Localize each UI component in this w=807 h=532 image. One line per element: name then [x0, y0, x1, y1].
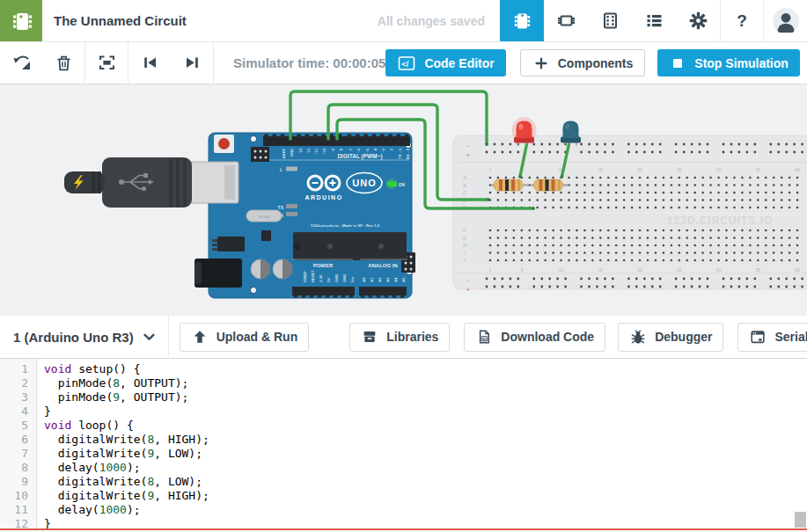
model-label: UNO [352, 178, 376, 188]
capacitor [251, 259, 270, 279]
serial-monitor-button[interactable]: Serial Monitor [737, 323, 807, 352]
svg-text:1: 1 [489, 267, 492, 273]
barrel-jack [194, 259, 242, 288]
download-code-button[interactable]: INO Download Code [464, 323, 605, 352]
code-lines[interactable]: void setup() { pinMode(8, OUTPUT); pinMo… [37, 359, 209, 531]
brand-label: ARDUINO [304, 194, 342, 200]
arduino-board[interactable]: AREFGND1312~11~10~987~6~54~32TX→1RX←0 IO… [194, 133, 415, 298]
simulator-time: Simulator time: 00:00:05 [233, 55, 385, 70]
user-avatar[interactable] [764, 0, 807, 41]
code-line[interactable]: digitalWrite(9, HIGH); [44, 489, 209, 503]
svg-text:RX←0: RX←0 [406, 148, 410, 159]
line-number: 4 [0, 404, 36, 419]
zoom-to-fit-button[interactable] [85, 42, 128, 84]
code-line[interactable]: delay(1000); [44, 461, 209, 475]
digital-header-right[interactable] [346, 136, 410, 146]
svg-text:RESET: RESET [311, 270, 315, 282]
analog-header[interactable] [359, 287, 407, 295]
stop-simulation-label: Stop Simulation [694, 56, 789, 70]
led-l-label: L [280, 167, 282, 172]
libraries-icon [361, 328, 378, 346]
svg-text:15: 15 [598, 167, 604, 172]
svg-text:5: 5 [520, 267, 523, 273]
on-label: ON [399, 183, 406, 187]
svg-text:A3: A3 [385, 277, 390, 282]
help-button[interactable]: ? [721, 0, 763, 41]
breadboard-view-icon [511, 11, 532, 32]
code-line[interactable]: delay(1000); [44, 503, 209, 517]
led-rx [286, 212, 297, 216]
code-line[interactable]: digitalWrite(9, LOW); [44, 447, 209, 461]
atmega-chip[interactable] [293, 232, 407, 260]
led-tx [286, 204, 297, 208]
svg-text:IOREF: IOREF [303, 271, 307, 282]
stop-simulation-button[interactable]: Stop Simulation [657, 49, 800, 77]
app-logo[interactable] [0, 0, 42, 41]
tab-settings[interactable] [676, 0, 720, 41]
led-blue[interactable] [561, 121, 581, 146]
usb-plug [102, 157, 192, 208]
svg-text:10: 10 [559, 267, 564, 273]
code-line[interactable]: void loop() { [44, 419, 209, 433]
code-line[interactable]: pinMode(8, OUTPUT); [44, 376, 209, 390]
reset-button[interactable] [214, 135, 234, 153]
code-line[interactable]: } [44, 404, 209, 419]
code-editor[interactable]: 123456789101112 void setup() { pinMode(8… [0, 359, 807, 531]
svg-text:5V: 5V [326, 278, 331, 282]
svg-text:12: 12 [306, 148, 311, 152]
power-label: POWER [313, 263, 334, 268]
svg-text:40: 40 [795, 267, 800, 273]
circuit-canvas[interactable]: 123D.CIRCUITS.IO - + - + ABCDEFGHIJ11551… [0, 84, 807, 316]
svg-text:GND: GND [290, 149, 294, 157]
power-header[interactable] [292, 287, 355, 295]
tab-breadboard-view[interactable] [500, 0, 544, 41]
gear-icon [688, 11, 708, 31]
line-number: 3 [0, 390, 36, 404]
svg-text:16.000: 16.000 [259, 215, 270, 219]
small-ic [261, 230, 271, 241]
scrollbar-thumb[interactable] [795, 512, 806, 528]
components-button[interactable]: Components [520, 49, 646, 77]
svg-text:30: 30 [716, 167, 722, 172]
code-line[interactable]: pinMode(9, OUTPUT); [44, 390, 209, 404]
tab-components-list[interactable] [632, 0, 676, 41]
tab-pcb-view[interactable] [588, 0, 632, 41]
svg-text:3.3V: 3.3V [319, 274, 323, 282]
board-note: 123d.circuits.io - Made in SF - Rev 1.0 [311, 223, 380, 228]
libraries-button[interactable]: Libraries [349, 323, 450, 352]
code-line[interactable]: digitalWrite(8, LOW); [44, 475, 209, 489]
avatar-icon [772, 7, 800, 35]
analog-label: ANALOG IN [368, 263, 398, 268]
debugger-label: Debugger [655, 330, 712, 344]
code-line[interactable]: void setup() { [44, 362, 209, 376]
delete-button[interactable] [42, 42, 84, 84]
toolbar-divider [213, 42, 214, 84]
tab-schematic-view[interactable] [544, 0, 588, 41]
download-code-label: Download Code [501, 330, 594, 344]
target-board-select[interactable]: 1 (Arduino Uno R3) [13, 330, 155, 345]
svg-text:TX→1: TX→1 [398, 148, 402, 159]
skip-previous-icon [140, 53, 160, 73]
list-icon [644, 11, 664, 31]
code-line[interactable]: digitalWrite(8, HIGH); [44, 433, 209, 447]
step-back-button[interactable] [128, 42, 171, 84]
digital-header-left[interactable] [263, 136, 346, 146]
led-red[interactable] [512, 117, 537, 146]
line-number: 11 [0, 503, 36, 517]
upload-run-button[interactable]: Upload & Run [180, 323, 310, 352]
target-board-label: 1 (Arduino Uno R3) [13, 330, 134, 345]
line-number: 5 [0, 419, 36, 433]
svg-text:A0: A0 [362, 277, 366, 282]
code-editor-button[interactable]: </ Code Editor [385, 49, 505, 77]
breadboard[interactable]: 123D.CIRCUITS.IO - + - + ABCDEFGHIJ11551… [453, 135, 807, 294]
circuit-svg[interactable]: 123D.CIRCUITS.IO - + - + ABCDEFGHIJ11551… [0, 84, 807, 316]
usb-cable[interactable] [64, 157, 238, 208]
trash-icon [54, 53, 74, 73]
components-label: Components [558, 56, 634, 70]
rotate-button[interactable] [0, 42, 42, 84]
svg-text:A1: A1 [370, 277, 374, 282]
line-number: 1 [0, 362, 36, 376]
codebar-divider [168, 316, 169, 359]
step-forward-button[interactable] [171, 42, 213, 84]
debugger-button[interactable]: Debugger [618, 323, 723, 352]
